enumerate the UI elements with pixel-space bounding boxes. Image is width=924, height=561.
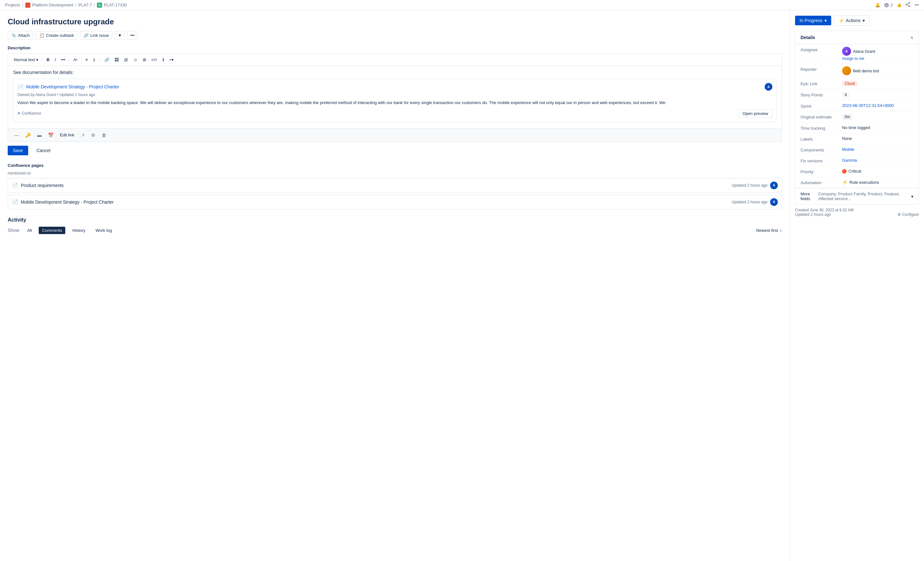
settings-card-btn[interactable]: ⚙ xyxy=(88,131,98,139)
configure-link[interactable]: ⚙ Configure xyxy=(897,212,919,217)
actions-button[interactable]: ⚡ Actions ▾ xyxy=(834,15,870,26)
breadcrumb-project[interactable]: Platform Development xyxy=(32,3,74,8)
components-value: Mobile xyxy=(842,147,914,152)
share-icon[interactable] xyxy=(906,2,910,8)
link-issue-button[interactable]: 🔗 Link issue xyxy=(80,31,112,40)
components-link[interactable]: Mobile xyxy=(842,147,854,152)
estimate-label: Original estimate xyxy=(801,114,842,119)
main-content: Cloud infrastructure upgrade 📎 Attach 📋 … xyxy=(0,10,924,561)
assign-me-link[interactable]: Assign to me xyxy=(842,56,875,61)
detail-row-fix-versions: Fix versions Gamma xyxy=(795,155,918,166)
format-chevron: ▾ xyxy=(36,57,38,62)
more-options-icon[interactable]: ••• xyxy=(914,3,919,8)
paperclip-icon: 📎 xyxy=(11,33,16,38)
code-button[interactable]: </> xyxy=(149,56,159,63)
create-subtask-button[interactable]: 📋 Create subtask xyxy=(36,31,77,40)
like-icon[interactable]: 👍 xyxy=(897,3,902,8)
epic-badge[interactable]: Cloud xyxy=(842,81,857,86)
more-fields-row[interactable]: More fields Company, Product Family, Pro… xyxy=(795,188,918,204)
open-preview-button[interactable]: Open preview xyxy=(738,109,772,118)
timestamps: Created June 30, 2023 at 6:32 AM Updated… xyxy=(795,205,919,218)
text-color-button[interactable]: A▾ xyxy=(71,56,80,63)
detail-row-labels: Labels None xyxy=(795,134,918,144)
table-button[interactable]: ⊞ xyxy=(141,56,148,63)
confluence-card-body: Vision We aspire to become a leader in t… xyxy=(17,99,772,106)
automation-value: ⚡ Rule executions xyxy=(842,180,914,185)
attach-label: Attach xyxy=(18,33,30,38)
labels-value: None xyxy=(842,136,914,141)
conf-doc-icon-1: 📄 xyxy=(12,199,18,205)
activity-tab-comments[interactable]: Comments xyxy=(39,227,65,234)
watch-section[interactable]: 2 xyxy=(884,3,892,8)
story-points-badge: 4 xyxy=(842,92,849,98)
sprint-link[interactable]: 2023-06-30T12:31:54+0000 xyxy=(842,103,894,108)
details-header: Details ∧ xyxy=(795,31,918,44)
hyperlink-button[interactable]: 🔗 xyxy=(102,56,111,63)
detail-row-estimate: Original estimate 0m xyxy=(795,111,918,123)
svg-point-1 xyxy=(909,3,910,3)
info-button[interactable]: ℹ xyxy=(160,56,166,63)
fix-versions-link[interactable]: Gamma xyxy=(842,158,857,162)
watch-count-label: 2 xyxy=(890,3,892,8)
external-link-btn[interactable]: ↗ xyxy=(78,131,87,139)
text-format-selector[interactable]: Normal text ▾ xyxy=(12,56,40,63)
detail-row-priority: Priority Critical xyxy=(795,166,918,177)
estimate-badge: 0m xyxy=(842,114,853,120)
collapse-icon[interactable]: ∧ xyxy=(910,35,914,40)
bell-icon[interactable]: 🔔 xyxy=(875,3,880,8)
priority-label: Priority xyxy=(801,169,842,174)
details-title: Details xyxy=(801,35,815,40)
image-button[interactable]: 🖼 xyxy=(112,56,121,63)
activity-tab-all[interactable]: All xyxy=(24,227,35,234)
activity-tab-worklog[interactable]: Work log xyxy=(93,227,115,234)
assignee-value: A Alana Grant Assign to me xyxy=(842,47,914,61)
delete-card-btn[interactable]: 🗑 xyxy=(99,131,109,139)
bullet-list-button[interactable]: ≡ xyxy=(84,56,90,63)
link-icon: 🔗 xyxy=(84,33,88,38)
calendar-btn[interactable]: 📅 xyxy=(45,131,56,139)
mention-button[interactable]: @ xyxy=(122,56,130,63)
breadcrumb-issue-id[interactable]: PLAT-17330 xyxy=(104,3,127,8)
activity-sort[interactable]: Newest first ↕ xyxy=(756,228,782,233)
status-button[interactable]: In Progress ▾ xyxy=(795,16,831,25)
ellipsis-icon: ••• xyxy=(130,33,135,38)
app-container: Projects / Platform Development / PLAT-7… xyxy=(0,0,924,561)
extra-options-button[interactable]: ••• xyxy=(128,31,138,40)
key-btn[interactable]: 🔑 xyxy=(23,131,33,139)
lightning-icon: ⚡ xyxy=(842,180,848,185)
mentioned-on-label: mentioned on xyxy=(8,171,782,176)
lightning-actions-icon: ⚡ xyxy=(838,18,844,23)
breadcrumb-projects[interactable]: Projects xyxy=(5,3,20,8)
show-label: Show: xyxy=(8,228,20,233)
insert-button[interactable]: +▾ xyxy=(167,56,176,63)
confluence-pages-section: Confluence pages mentioned on 📄 Product … xyxy=(8,163,782,209)
ordered-list-button[interactable]: 1. xyxy=(91,56,98,63)
confluence-card-title[interactable]: Mobile Development Strategy - Project Ch… xyxy=(26,84,119,89)
remove-card-btn[interactable]: — xyxy=(12,131,21,139)
more-format-button[interactable]: ••• xyxy=(59,56,67,63)
breadcrumb-sep-3: / xyxy=(94,3,95,8)
share-svg xyxy=(906,2,910,7)
breadcrumb-parent-issue[interactable]: PLAT-7 xyxy=(78,3,92,8)
conf-page-title-1[interactable]: Mobile Development Strategy - Project Ch… xyxy=(21,200,114,205)
assignee-label: Assignee xyxy=(801,47,842,52)
components-label: Components xyxy=(801,147,842,152)
more-toolbar-btn[interactable]: ▼ xyxy=(115,31,125,40)
create-subtask-label: Create subtask xyxy=(46,33,74,38)
activity-tab-history[interactable]: History xyxy=(69,227,88,234)
save-button[interactable]: Save xyxy=(8,146,28,155)
edit-link-btn[interactable]: Edit link xyxy=(57,131,77,138)
editor-body[interactable]: See documentation for details: 📄 Mobile … xyxy=(8,66,782,128)
confluence-x-icon: ✕ xyxy=(17,111,21,116)
description-section: Description Normal text ▾ B I ••• xyxy=(8,45,782,155)
cancel-button[interactable]: Cancel xyxy=(32,146,56,155)
time-tracking-value: No time logged xyxy=(842,125,914,130)
conf-page-updated-0: Updated 2 hours ago xyxy=(732,183,768,188)
card-view-btn[interactable]: ▬ xyxy=(34,131,44,139)
italic-button[interactable]: I xyxy=(53,56,58,63)
conf-page-title-0[interactable]: Product requirements xyxy=(21,183,64,188)
detail-row-assignee: Assignee A Alana Grant Assign to me xyxy=(795,44,918,64)
attach-button[interactable]: 📎 Attach xyxy=(8,31,33,40)
emoji-button[interactable]: ☺ xyxy=(131,56,139,63)
bold-button[interactable]: B xyxy=(45,56,51,63)
